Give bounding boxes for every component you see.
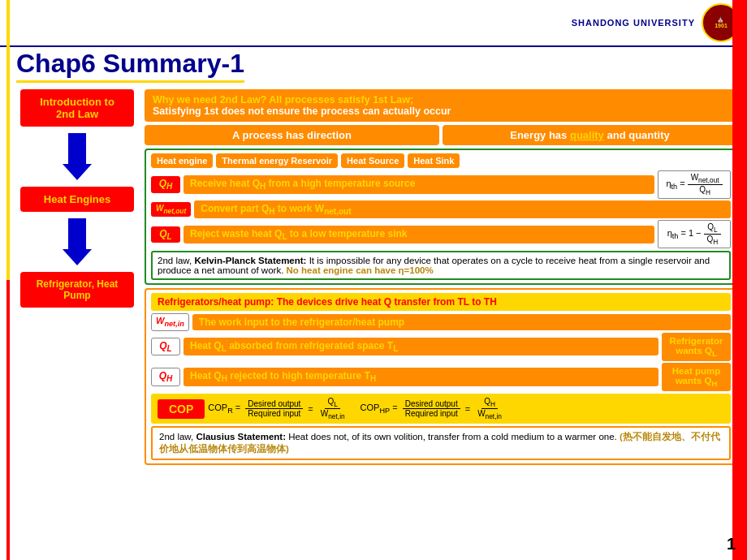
title-bar: Chap6 Summary-1 [0,47,747,86]
ref-wants-heatpump: Heat pumpwants QH [662,363,731,391]
arrow-1 [63,133,92,180]
he-label-1: Thermal energy Reservoir [216,153,338,168]
ref-row-0: Wnet,in The work input to the refrigerat… [151,313,731,330]
refrigerator-section: Refrigerators/heat pump: The devices dri… [145,288,737,465]
eta-formula-1: ηth = Wnet,out QH [658,170,731,199]
clausius-box: 2nd law, Clausius Statement: Heat does n… [151,426,731,460]
arrow-2 [63,218,92,265]
he-desc-0: Receive heat QH from a high temperature … [184,175,654,193]
ref-wants-refrigerator: Refrigeratorwants QL [662,333,731,361]
he-labels-row: Heat engine Thermal energy Reservoir Hea… [151,153,731,168]
cop-formula: COPR = Desired output Required input = Q… [208,397,504,420]
process-direction-btn[interactable]: A process has direction [145,125,439,145]
top-bar: SHANDONG UNIVERSITY ⛪ 1901 [0,0,747,47]
page-title: Chap6 Summary-1 [16,49,244,83]
process-energy-row: A process has direction Energy has quali… [145,125,737,145]
page-number: 1 [727,535,736,554]
intro-btn[interactable]: Introduction to 2nd Law [20,89,134,127]
ref-desc-1: Heat QL absorbed from refrigerated space… [184,338,658,355]
ref-var-wnet: Wnet,in [151,313,189,330]
eta-formula-2: ηth = 1 − QL QH [658,220,731,248]
he-row-2: QL Reject waste heat QL to a low tempera… [151,220,731,248]
ref-var-ql: QL [151,338,180,355]
why-line2: Satisfying 1st does not ensure the proce… [153,106,729,117]
kelvin-planck-text: 2nd law, Kelvin-Planck Statement: It is … [158,256,710,275]
energy-quality-btn[interactable]: Energy has quality and quantity [443,125,737,145]
he-row-0: QH Receive heat QH from a high temperatu… [151,170,731,199]
refrigerator-btn[interactable]: Refrigerator, Heat Pump [20,272,134,308]
accent-line [6,0,10,560]
ref-desc-2: Heat QH rejected to high temperature TH [184,368,658,386]
cop-label: COP [158,399,205,419]
university-name: SHANDONG UNIVERSITY [572,18,695,28]
he-label-3: Heat Sink [408,153,460,168]
he-var-ql: QL [151,226,180,243]
red-corner [732,0,747,560]
cop-row: COP COPR = Desired output Required input… [151,394,731,424]
right-content: Why we need 2nd Law? All processes satis… [145,89,737,465]
quality-text: quality [570,129,604,141]
he-desc-1: Convert part QH to work Wnet,out [194,200,731,218]
heat-engines-section: Heat engine Thermal energy Reservoir Hea… [145,149,737,285]
ref-desc-0: The work input to the refrigerator/heat … [192,314,731,330]
left-sidebar: Introduction to 2nd Law Heat Engines Ref… [16,89,138,465]
why-line1: Why we need 2nd Law? All processes satis… [153,94,729,106]
ref-row-2: QH Heat QH rejected to high temperature … [151,363,731,391]
ref-title-text: Refrigerators/heat pump: The devices dri… [158,296,497,308]
he-var-qh: QH [151,176,180,192]
ref-var-qh: QH [151,368,180,386]
he-row-1: Wnet,out Convert part QH to work Wnet,ou… [151,200,731,218]
ref-title-row: Refrigerators/heat pump: The devices dri… [151,293,731,311]
he-label-0: Heat engine [151,153,213,168]
heat-engines-btn[interactable]: Heat Engines [20,187,134,212]
clausius-text: 2nd law, Clausius Statement: Heat does n… [159,432,720,454]
he-label-2: Heat Source [341,153,404,168]
he-var-wnet: Wnet,out [151,202,191,217]
kelvin-planck-box: 2nd law, Kelvin-Planck Statement: It is … [151,251,731,280]
why-box: Why we need 2nd Law? All processes satis… [145,89,737,122]
he-desc-2: Reject waste heat QL to a low temperatur… [184,226,654,243]
main-content: Introduction to 2nd Law Heat Engines Ref… [0,86,747,468]
ref-row-1: QL Heat QL absorbed from refrigerated sp… [151,333,731,361]
